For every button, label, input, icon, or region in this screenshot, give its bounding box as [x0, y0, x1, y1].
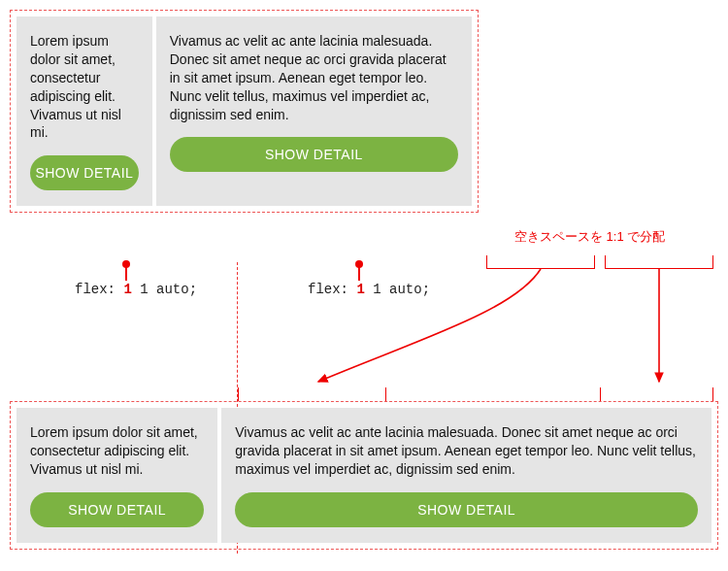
space-distribution-label: 空きスペースを 1:1 で分配	[514, 228, 665, 246]
flex-value-label-2: flex: 1 1 auto;	[308, 282, 430, 297]
diagram-stage: Lorem ipsum dolor sit amet, consectetur …	[10, 10, 718, 561]
growth-bracket-2	[600, 387, 713, 401]
card-top-1: Lorem ipsum dolor sit amet, consectetur …	[17, 17, 152, 206]
card-bottom-1: Lorem ipsum dolor sit amet, consectetur …	[17, 408, 217, 543]
annotation-stem	[358, 267, 360, 281]
space-bracket-2	[605, 255, 713, 269]
card-text: Lorem ipsum dolor sit amet, consectetur …	[30, 423, 204, 479]
space-bracket-1	[486, 255, 595, 269]
flex-container-top: Lorem ipsum dolor sit amet, consectetur …	[10, 10, 479, 213]
show-detail-button[interactable]: SHOW DETAIL	[30, 155, 139, 190]
show-detail-button[interactable]: SHOW DETAIL	[235, 492, 698, 527]
card-top-2: Vivamus ac velit ac ante lacinia malesua…	[156, 17, 472, 206]
flex-value-label-1: flex: 1 1 auto;	[75, 282, 197, 297]
show-detail-button[interactable]: SHOW DETAIL	[30, 492, 204, 527]
growth-bracket-1	[238, 387, 386, 401]
show-detail-button[interactable]: SHOW DETAIL	[170, 137, 458, 172]
card-text: Vivamus ac velit ac ante lacinia malesua…	[235, 423, 698, 479]
annotation-stem	[125, 267, 127, 281]
card-bottom-2: Vivamus ac velit ac ante lacinia malesua…	[221, 408, 711, 543]
card-text: Lorem ipsum dolor sit amet, consectetur …	[30, 32, 139, 142]
flex-container-bottom: Lorem ipsum dolor sit amet, consectetur …	[10, 401, 718, 550]
card-text: Vivamus ac velit ac ante lacinia malesua…	[170, 32, 458, 123]
